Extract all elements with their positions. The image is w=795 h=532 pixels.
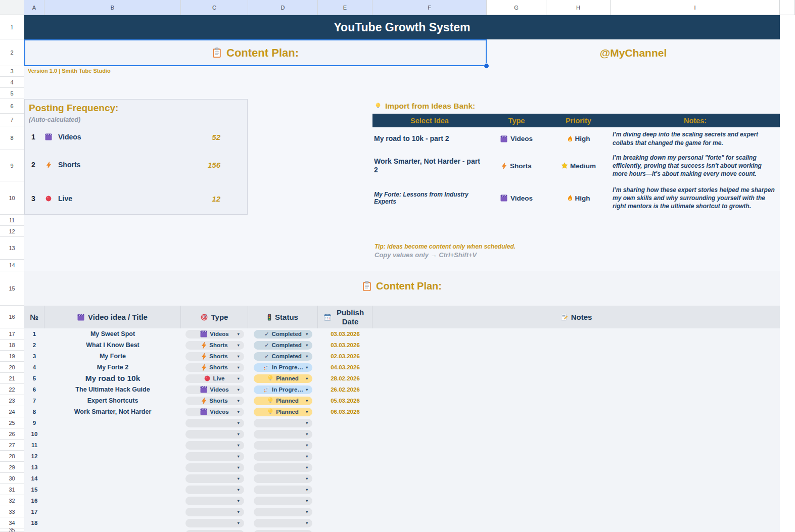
chevron-down-icon[interactable]: ▼ xyxy=(237,421,240,425)
publish-date-cell[interactable] xyxy=(318,517,372,528)
type-dropdown[interactable]: ▼ xyxy=(185,497,244,505)
chevron-down-icon[interactable]: ▼ xyxy=(237,454,240,459)
publish-date-cell[interactable] xyxy=(318,506,372,517)
column-header-b[interactable]: B xyxy=(44,0,181,15)
status-dropdown[interactable]: ▼ xyxy=(254,430,312,439)
video-title-cell[interactable]: Work Smarter, Not Harder xyxy=(44,406,181,417)
video-title-cell[interactable]: My Sweet Spot xyxy=(44,328,181,340)
video-title-cell[interactable] xyxy=(44,428,181,440)
chevron-down-icon[interactable]: ▼ xyxy=(237,465,240,470)
status-dropdown[interactable]: ▼ xyxy=(254,486,312,494)
publish-date-cell[interactable]: 26.02.2026 xyxy=(318,384,372,395)
row-header-6[interactable]: 6 xyxy=(0,99,24,114)
status-dropdown[interactable]: ▼ xyxy=(254,508,312,516)
status-dropdown[interactable]: ▼ xyxy=(254,419,312,427)
row-header-15[interactable]: 15 xyxy=(0,271,24,306)
row-header-32[interactable]: 32 xyxy=(0,495,24,506)
row-header-28[interactable]: 28 xyxy=(0,451,24,462)
chevron-down-icon[interactable]: ▼ xyxy=(305,465,309,470)
video-title-cell[interactable]: My Forte 2 xyxy=(44,362,181,373)
chevron-down-icon[interactable]: ▼ xyxy=(237,376,240,381)
row-header-10[interactable]: 10 xyxy=(0,181,24,215)
row-header-20[interactable]: 20 xyxy=(0,362,24,373)
publish-date-cell[interactable]: 02.03.2026 xyxy=(318,351,372,362)
video-title-cell[interactable] xyxy=(44,440,181,451)
chevron-down-icon[interactable]: ▼ xyxy=(237,332,240,336)
video-title-cell[interactable] xyxy=(44,495,181,506)
type-dropdown[interactable]: Videos▼ xyxy=(185,408,244,416)
chevron-down-icon[interactable]: ▼ xyxy=(237,354,240,359)
row-header-4[interactable]: 4 xyxy=(0,77,24,88)
publish-date-cell[interactable] xyxy=(318,417,372,428)
chevron-down-icon[interactable]: ▼ xyxy=(305,499,309,503)
row-header-22[interactable]: 22 xyxy=(0,384,24,395)
row-header-9[interactable]: 9 xyxy=(0,150,24,181)
status-dropdown[interactable]: ✓Completed▼ xyxy=(254,330,312,338)
type-dropdown[interactable]: ▼ xyxy=(185,530,244,532)
video-title-cell[interactable]: What I Know Best xyxy=(44,340,181,351)
status-dropdown[interactable]: ▼ xyxy=(254,452,312,461)
chevron-down-icon[interactable]: ▼ xyxy=(237,343,240,348)
publish-date-cell[interactable] xyxy=(318,473,372,484)
video-title-cell[interactable] xyxy=(44,473,181,484)
row-header-8[interactable]: 8 xyxy=(0,126,24,150)
publish-date-cell[interactable] xyxy=(318,462,372,473)
chevron-down-icon[interactable]: ▼ xyxy=(237,410,240,414)
publish-date-cell[interactable]: 03.03.2026 xyxy=(318,328,372,340)
type-dropdown[interactable]: ▼ xyxy=(185,463,244,472)
chevron-down-icon[interactable]: ▼ xyxy=(305,365,309,370)
publish-date-cell[interactable]: 06.03.2026 xyxy=(318,406,372,417)
status-dropdown[interactable]: In Progre…▼ xyxy=(254,385,312,394)
video-title-cell[interactable] xyxy=(44,417,181,428)
type-dropdown[interactable]: ▼ xyxy=(185,419,244,427)
type-dropdown[interactable]: Shorts▼ xyxy=(185,341,244,350)
idea-title[interactable]: Work Smarter, Not Harder - part 2 xyxy=(374,150,483,181)
publish-date-cell[interactable] xyxy=(318,440,372,451)
column-header-d[interactable]: D xyxy=(248,0,318,15)
chevron-down-icon[interactable]: ▼ xyxy=(237,443,240,448)
chevron-down-icon[interactable]: ▼ xyxy=(237,432,240,437)
status-dropdown[interactable]: ▼ xyxy=(254,497,312,505)
row-header-7[interactable]: 7 xyxy=(0,114,24,126)
type-dropdown[interactable]: ▼ xyxy=(185,508,244,516)
chevron-down-icon[interactable]: ▼ xyxy=(305,432,309,437)
video-title-cell[interactable] xyxy=(44,462,181,473)
chevron-down-icon[interactable]: ▼ xyxy=(237,365,240,370)
row-header-5[interactable]: 5 xyxy=(0,88,24,99)
type-dropdown[interactable]: ▼ xyxy=(185,430,244,439)
row-header-11[interactable]: 11 xyxy=(0,215,24,226)
type-dropdown[interactable]: Live▼ xyxy=(185,374,244,383)
video-title-cell[interactable]: Expert Shortcuts xyxy=(44,395,181,406)
chevron-down-icon[interactable]: ▼ xyxy=(305,443,309,448)
status-dropdown[interactable]: Planned▼ xyxy=(254,397,312,405)
status-dropdown[interactable]: ✓Completed▼ xyxy=(254,341,312,350)
idea-title[interactable]: My Forte: Lessons from Industry Experts xyxy=(374,181,483,215)
type-dropdown[interactable]: Shorts▼ xyxy=(185,397,244,405)
chevron-down-icon[interactable]: ▼ xyxy=(305,376,309,381)
publish-date-cell[interactable] xyxy=(318,528,372,532)
column-header-e[interactable]: E xyxy=(318,0,372,15)
publish-date-cell[interactable]: 03.03.2026 xyxy=(318,340,372,351)
row-header-3[interactable]: 3 xyxy=(0,66,24,77)
row-header-1[interactable]: 1 xyxy=(0,15,24,39)
publish-date-cell[interactable] xyxy=(318,428,372,440)
status-dropdown[interactable]: In Progre…▼ xyxy=(254,363,312,372)
chevron-down-icon[interactable]: ▼ xyxy=(237,488,240,492)
chevron-down-icon[interactable]: ▼ xyxy=(237,388,240,392)
publish-date-cell[interactable]: 05.03.2026 xyxy=(318,395,372,406)
status-dropdown[interactable]: ✓Completed▼ xyxy=(254,352,312,361)
type-dropdown[interactable]: Shorts▼ xyxy=(185,363,244,372)
chevron-down-icon[interactable]: ▼ xyxy=(305,454,309,459)
publish-date-cell[interactable]: 28.02.2026 xyxy=(318,373,372,384)
row-header-33[interactable]: 33 xyxy=(0,506,24,517)
type-dropdown[interactable]: ▼ xyxy=(185,474,244,483)
type-dropdown[interactable]: ▼ xyxy=(185,519,244,527)
chevron-down-icon[interactable]: ▼ xyxy=(305,354,309,359)
chevron-down-icon[interactable]: ▼ xyxy=(237,476,240,481)
publish-date-cell[interactable]: 04.03.2026 xyxy=(318,362,372,373)
row-header-19[interactable]: 19 xyxy=(0,351,24,362)
chevron-down-icon[interactable]: ▼ xyxy=(305,476,309,481)
chevron-down-icon[interactable]: ▼ xyxy=(305,332,309,336)
row-header-25[interactable]: 25 xyxy=(0,417,24,428)
column-header-a[interactable]: A xyxy=(24,0,44,15)
